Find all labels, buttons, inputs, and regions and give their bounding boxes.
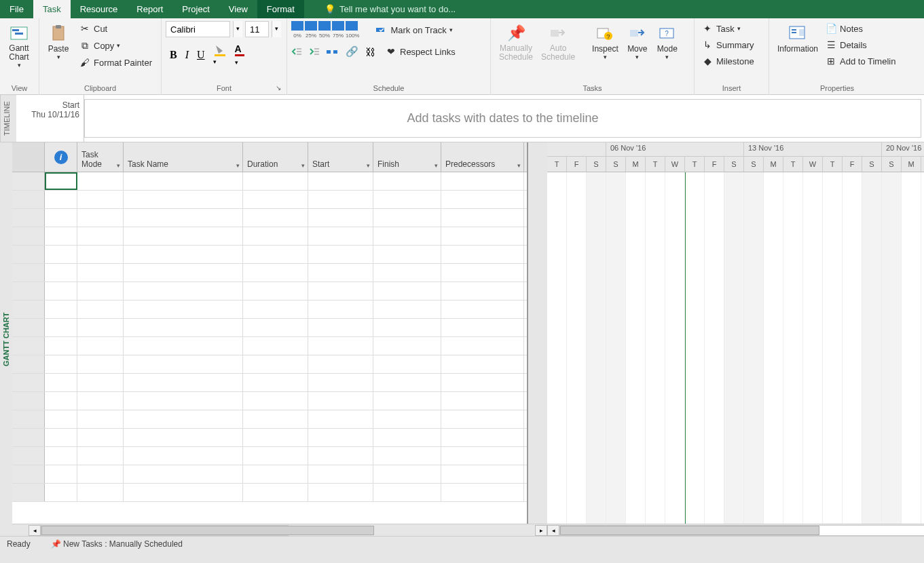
font-dialog-launcher[interactable]: ↘ bbox=[276, 84, 281, 92]
task-sparkle-icon: ✦ bbox=[701, 22, 714, 35]
left-scrollbar[interactable]: ◂ ▸ bbox=[12, 524, 547, 536]
svg-rect-16 bbox=[551, 30, 559, 37]
scroll-right-button[interactable]: ▸ bbox=[535, 525, 547, 536]
day-header: T bbox=[921, 157, 924, 172]
table-row[interactable] bbox=[12, 484, 527, 502]
underline-button[interactable]: U bbox=[197, 49, 205, 61]
table-row[interactable] bbox=[12, 227, 527, 246]
insert-summary-button[interactable]: ↳ Summary bbox=[699, 37, 757, 52]
day-header: W bbox=[665, 157, 685, 172]
gantt-chart-button[interactable]: Gantt Chart ▾ bbox=[4, 21, 34, 70]
svg-rect-1 bbox=[12, 29, 19, 31]
table-row[interactable] bbox=[12, 410, 527, 429]
respect-links-button[interactable]: ❤ Respect Links bbox=[382, 44, 458, 59]
day-header: T bbox=[646, 157, 665, 172]
gantt-scroll-left[interactable]: ◂ bbox=[547, 525, 559, 536]
table-row[interactable] bbox=[12, 172, 527, 191]
paste-button[interactable]: Paste ▾ bbox=[43, 21, 73, 62]
font-name-dropdown[interactable]: ▾ bbox=[233, 21, 242, 37]
svg-text:?: ? bbox=[665, 30, 669, 37]
start-column[interactable]: Start▾ bbox=[308, 142, 373, 172]
duration-column[interactable]: Duration▾ bbox=[243, 142, 308, 172]
task-grid-header: i Task Mode▾ Task Name▾ Duration▾ Start▾ bbox=[12, 142, 527, 172]
table-row[interactable] bbox=[12, 209, 527, 227]
link-button[interactable]: 🔗 bbox=[346, 45, 358, 58]
tab-view[interactable]: View bbox=[219, 0, 257, 18]
table-row[interactable] bbox=[12, 392, 527, 410]
unlink-button[interactable]: ⛓ bbox=[365, 46, 375, 58]
percent-complete-buttons[interactable]: 0% 25% 50% 75% 100% bbox=[291, 21, 359, 39]
font-size-dropdown[interactable]: ▾ bbox=[272, 21, 281, 37]
tab-task[interactable]: Task bbox=[33, 0, 71, 18]
table-row[interactable] bbox=[12, 337, 527, 355]
details-button[interactable]: ☰ Details bbox=[822, 37, 898, 52]
insert-task-button[interactable]: ✦ Task ▾ bbox=[699, 21, 743, 36]
mode-button[interactable]: ? Mode ▾ bbox=[652, 21, 682, 62]
tab-format[interactable]: Format bbox=[257, 0, 304, 18]
tab-report[interactable]: Report bbox=[127, 0, 172, 18]
timeline-start-date: Thu 10/11/16 bbox=[20, 110, 79, 119]
tab-file[interactable]: File bbox=[0, 0, 33, 18]
table-row[interactable] bbox=[12, 447, 527, 465]
notes-button[interactable]: 📄 Notes bbox=[822, 21, 898, 36]
move-button[interactable]: Move ▾ bbox=[623, 21, 652, 62]
indent-button[interactable] bbox=[309, 47, 320, 56]
table-row[interactable] bbox=[12, 465, 527, 484]
auto-schedule-button[interactable]: Auto Schedule bbox=[537, 21, 579, 63]
group-label-tasks: Tasks bbox=[495, 84, 690, 95]
outdent-button[interactable] bbox=[291, 47, 302, 56]
day-header: M bbox=[626, 157, 646, 172]
font-color-button[interactable]: A ▾ bbox=[235, 43, 244, 66]
status-ready: Ready bbox=[7, 539, 31, 549]
table-row[interactable] bbox=[12, 374, 527, 392]
svg-rect-6 bbox=[235, 54, 244, 56]
status-bar: Ready 📌 New Tasks : Manually Scheduled bbox=[0, 536, 924, 551]
right-scrollbar[interactable]: ◂ ▸ bbox=[547, 524, 924, 536]
table-row[interactable] bbox=[12, 264, 527, 282]
day-header: S bbox=[862, 157, 882, 172]
inspect-button[interactable]: ? Inspect ▾ bbox=[588, 21, 623, 62]
milestone-icon: ◆ bbox=[701, 55, 714, 67]
day-header: F bbox=[705, 157, 724, 172]
table-row[interactable] bbox=[12, 282, 527, 300]
scroll-left-button[interactable]: ◂ bbox=[29, 525, 41, 536]
italic-button[interactable]: I bbox=[185, 49, 189, 61]
cut-button[interactable]: ✂ Cut bbox=[76, 21, 155, 36]
group-label-font: Font bbox=[217, 84, 232, 92]
manually-schedule-button[interactable]: 📌 Manually Schedule bbox=[495, 21, 537, 63]
add-to-timeline-button[interactable]: ⊞ Add to Timelin bbox=[822, 54, 898, 69]
tab-resource[interactable]: Resource bbox=[71, 0, 128, 18]
task-grid-body[interactable] bbox=[12, 172, 527, 524]
day-header: S bbox=[882, 157, 902, 172]
gantt-chart-body[interactable] bbox=[547, 172, 924, 524]
status-new-tasks[interactable]: 📌 New Tasks : Manually Scheduled bbox=[51, 539, 183, 549]
finish-column[interactable]: Finish▾ bbox=[373, 142, 441, 172]
info-column-header[interactable]: i bbox=[45, 142, 77, 172]
fill-color-button[interactable]: ▾ bbox=[213, 44, 227, 66]
table-row[interactable] bbox=[12, 246, 527, 264]
tab-project[interactable]: Project bbox=[172, 0, 219, 18]
predecessors-column[interactable]: Predecessors▾ bbox=[441, 142, 524, 172]
table-row[interactable] bbox=[12, 191, 527, 209]
table-row[interactable] bbox=[12, 355, 527, 374]
format-painter-button[interactable]: 🖌 Format Painter bbox=[76, 55, 155, 70]
task-mode-column[interactable]: Task Mode▾ bbox=[77, 142, 124, 172]
svg-text:?: ? bbox=[607, 33, 610, 40]
table-row[interactable] bbox=[12, 319, 527, 337]
split-task-icon[interactable] bbox=[327, 47, 339, 56]
copy-button[interactable]: ⧉ Copy ▾ bbox=[76, 38, 155, 53]
timeline-body[interactable]: Add tasks with dates to the timeline bbox=[84, 99, 921, 138]
insert-milestone-button[interactable]: ◆ Milestone bbox=[699, 54, 757, 69]
day-header: M bbox=[902, 157, 921, 172]
information-button[interactable]: Information bbox=[773, 21, 822, 55]
table-row[interactable] bbox=[12, 429, 527, 447]
bold-button[interactable]: B bbox=[170, 49, 177, 61]
task-name-column[interactable]: Task Name▾ bbox=[124, 142, 243, 172]
mark-on-track-button[interactable]: Mark on Track ▾ bbox=[373, 22, 455, 37]
svg-rect-4 bbox=[56, 25, 61, 28]
week-2: 20 Nov '16 bbox=[882, 142, 924, 156]
tell-me-search[interactable]: 💡 Tell me what you want to do... bbox=[325, 4, 456, 14]
font-name-select[interactable] bbox=[166, 21, 230, 37]
font-size-select[interactable] bbox=[245, 21, 269, 37]
table-row[interactable] bbox=[12, 300, 527, 319]
